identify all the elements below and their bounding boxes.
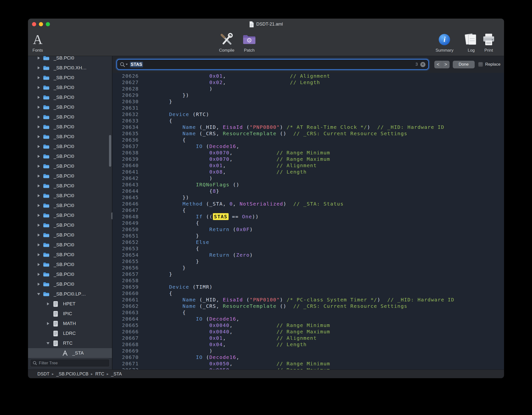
tree-row-sb-pci0-lp[interactable]: _SB.PCI0.LP… — [28, 289, 112, 299]
code-line[interactable]: 20654 Return (Zero) — [112, 252, 504, 258]
tree-row-sb-pci0[interactable]: _SB.PCI0 — [28, 73, 112, 83]
code-editor[interactable]: 20626 0x01, // Alignment20627 0x02, // L… — [112, 73, 504, 370]
tree-row-sb-pci0[interactable]: _SB.PCI0 — [28, 250, 112, 260]
disclosure-right-icon[interactable] — [35, 151, 42, 161]
tree-row-sb-pci0[interactable]: _SB.PCI0 — [28, 102, 112, 112]
disclosure-right-icon[interactable] — [35, 63, 42, 73]
code-line[interactable]: 20672 0x0050, // Range Maximum — [112, 367, 504, 370]
disclosure-right-icon[interactable] — [35, 56, 42, 63]
summary-toolbar-button[interactable]: i Summary — [436, 32, 454, 53]
tree-row-sb-pci0[interactable]: _SB.PCI0 — [28, 260, 112, 269]
code-line[interactable]: 20665 0x0040, // Range Minimum — [112, 322, 504, 328]
breadcrumb-item-sta[interactable]: _STA — [111, 371, 122, 377]
code-line[interactable]: 20658 — [112, 277, 504, 284]
code-line[interactable]: 20632 Device (RTC) — [112, 111, 504, 118]
tree-row-sb-pci0[interactable]: _SB.PCI0 — [28, 171, 112, 181]
code-line[interactable]: 20647 { — [112, 207, 504, 213]
zoom-window-button[interactable] — [46, 22, 50, 26]
code-line[interactable]: 20669 ) — [112, 348, 504, 354]
tree-row-sb-pci0[interactable]: _SB.PCI0 — [28, 112, 112, 122]
replace-control[interactable]: Replace — [478, 62, 501, 67]
disclosure-right-icon[interactable] — [35, 102, 42, 112]
disclosure-right-icon[interactable] — [45, 319, 51, 328]
tree-row-sb-pci0[interactable]: _SB.PCI0 — [28, 220, 112, 230]
tree-row-sb-pci0[interactable]: _SB.PCI0 — [28, 210, 112, 220]
code-line[interactable]: 20629 }) — [112, 92, 504, 98]
tree-row-sb-pci0[interactable]: _SB.PCI0 — [28, 269, 112, 279]
tree-row-sb-pci0[interactable]: _SB.PCI0 — [28, 151, 112, 161]
sidebar-scrollbar-thumb[interactable] — [109, 135, 111, 167]
disclosure-right-icon[interactable] — [45, 299, 51, 309]
code-line[interactable]: 20650 Return (0x0F) — [112, 226, 504, 233]
code-line[interactable]: 20631 — [112, 105, 504, 111]
code-line[interactable]: 20636 { — [112, 137, 504, 143]
disclosure-right-icon[interactable] — [35, 250, 42, 260]
disclosure-right-icon[interactable] — [35, 260, 42, 269]
code-line[interactable]: 20667 0x01, // Alignment — [112, 335, 504, 341]
code-line[interactable]: 20630 } — [112, 98, 504, 105]
tree-row-sb-pci0[interactable]: _SB.PCI0 — [28, 181, 112, 191]
code-line[interactable]: 20660 { — [112, 290, 504, 296]
code-line[interactable]: 20628 ) — [112, 86, 504, 92]
breadcrumb-item-sb-pci0-lpcb[interactable]: _SB.PCI0.LPCB — [56, 371, 89, 377]
disclosure-right-icon[interactable] — [35, 171, 42, 181]
disclosure-right-icon[interactable] — [35, 83, 42, 92]
disclosure-right-icon[interactable] — [35, 161, 42, 171]
disclosure-down-icon[interactable] — [35, 289, 42, 299]
compile-toolbar-button[interactable]: Compile — [219, 32, 234, 53]
code-line[interactable]: 20664 IO (Decode16, — [112, 316, 504, 322]
code-line[interactable]: 20661 Name (_HID, EisaId ("PNP0100") /* … — [112, 296, 504, 303]
code-line[interactable]: 20666 0x0040, // Range Maximum — [112, 328, 504, 335]
code-line[interactable]: 20652 Else — [112, 239, 504, 245]
code-line[interactable]: 20640 0x01, // Alignment — [112, 162, 504, 169]
code-line[interactable]: 20648 If ((STAS == One)) — [112, 213, 504, 220]
tree-row-sb-pci0[interactable]: _SB.PCI0 — [28, 191, 112, 201]
find-search-field[interactable]: STAS 3 × — [117, 60, 428, 69]
tree-row-sb-pci0[interactable]: _SB.PCI0 — [28, 240, 112, 250]
disclosure-right-icon[interactable] — [35, 210, 42, 220]
code-line[interactable]: 20639 0x0070, // Range Maximum — [112, 156, 504, 162]
code-line[interactable]: 20635 Name (_CRS, ResourceTemplate () //… — [112, 130, 504, 137]
fonts-toolbar-button[interactable]: A Fonts — [32, 32, 43, 53]
code-line[interactable]: 20671 0x0050, // Range Minimum — [112, 360, 504, 367]
done-button[interactable]: Done — [453, 61, 475, 68]
disclosure-right-icon[interactable] — [35, 122, 42, 132]
log-toolbar-button[interactable]: Log — [465, 32, 477, 53]
tree-row-sb-pci0[interactable]: _SB.PCI0 — [28, 279, 112, 289]
disclosure-right-icon[interactable] — [35, 230, 42, 240]
tree-row-sb-pci0[interactable]: _SB.PCI0 — [28, 56, 112, 63]
code-line[interactable]: 20645 }) — [112, 194, 504, 201]
disclosure-right-icon[interactable] — [35, 240, 42, 250]
tree-row-sta[interactable]: _STA — [28, 348, 112, 358]
replace-checkbox[interactable] — [478, 62, 483, 67]
code-line[interactable]: 20634 Name (_HID, EisaId ("PNP0B00") /* … — [112, 124, 504, 130]
code-line[interactable]: 20655 } — [112, 258, 504, 265]
clear-search-icon[interactable]: × — [420, 62, 425, 67]
minimize-window-button[interactable] — [39, 22, 43, 26]
disclosure-right-icon[interactable] — [35, 92, 42, 102]
tree-row-sb-pci0[interactable]: _SB.PCI0 — [28, 161, 112, 171]
code-line[interactable]: 20641 0x08, // Length — [112, 169, 504, 175]
code-line[interactable]: 20663 { — [112, 309, 504, 316]
tree-row-hpet[interactable]: HPET — [28, 299, 112, 309]
code-line[interactable]: 20626 0x01, // Alignment — [112, 73, 504, 79]
code-line[interactable]: 20637 IO (Decode16, — [112, 143, 504, 149]
tree-row-math[interactable]: MATH — [28, 319, 112, 328]
code-line[interactable]: 20656 } — [112, 265, 504, 271]
patch-toolbar-button[interactable]: ⚙ Patch — [243, 32, 256, 53]
code-line[interactable]: 20649 { — [112, 220, 504, 226]
code-line[interactable]: 20646 Method (_STA, 0, NotSerialized) //… — [112, 201, 504, 207]
tree-row-sb-pci0[interactable]: _SB.PCI0 — [28, 230, 112, 240]
code-line[interactable]: 20670 IO (Decode16, — [112, 354, 504, 360]
print-toolbar-button[interactable]: Print — [482, 32, 495, 53]
tree-row-sb-pci0[interactable]: _SB.PCI0 — [28, 83, 112, 92]
code-line[interactable]: 20644 {8} — [112, 188, 504, 194]
tree-row-sb-pci0[interactable]: _SB.PCI0 — [28, 92, 112, 102]
tree-row-sb-pci0-xh[interactable]: _SB.PCI0.XH… — [28, 63, 112, 73]
tree-row-rtc[interactable]: RTC — [28, 338, 112, 348]
find-next-button[interactable]: > — [442, 61, 450, 68]
code-line[interactable]: 20643 IRQNoFlags () — [112, 181, 504, 188]
tree-row-sb-pci0[interactable]: _SB.PCI0 — [28, 201, 112, 210]
code-line[interactable]: 20651 } — [112, 233, 504, 239]
code-line[interactable]: 20627 0x02, // Length — [112, 79, 504, 86]
